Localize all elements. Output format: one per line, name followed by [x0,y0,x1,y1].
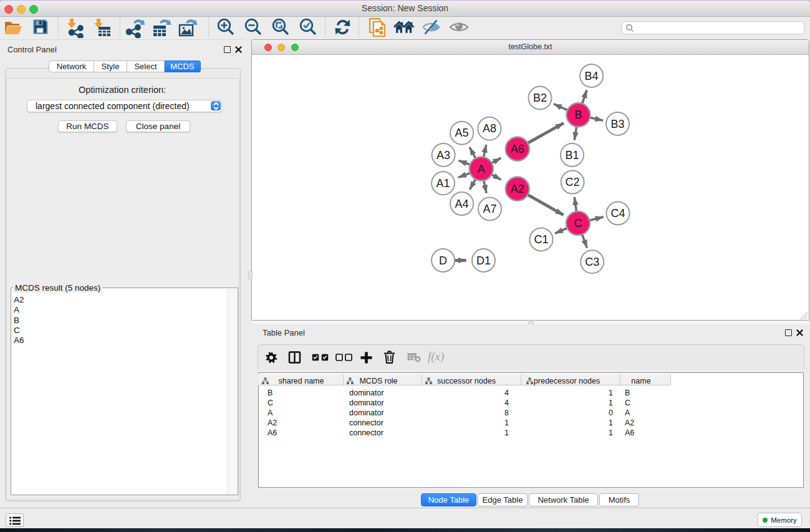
svg-text:C4: C4 [610,207,625,220]
svg-text:B3: B3 [610,118,624,130]
svg-text:A3: A3 [436,149,450,162]
svg-text:C: C [574,217,582,230]
svg-text:B: B [574,109,582,121]
svg-text:C2: C2 [566,176,580,188]
svg-text:A1: A1 [436,177,450,190]
svg-text:A4: A4 [455,198,469,210]
svg-text:A: A [478,163,485,175]
svg-text:C1: C1 [534,233,548,246]
svg-text:C3: C3 [585,256,599,268]
svg-text:B4: B4 [585,70,599,82]
svg-text:A2: A2 [511,183,524,195]
svg-text:B2: B2 [533,92,547,104]
svg-text:A7: A7 [483,203,496,215]
svg-text:A6: A6 [511,143,524,155]
svg-text:A8: A8 [483,122,496,135]
svg-text:A5: A5 [455,127,469,139]
svg-text:D1: D1 [476,254,491,267]
svg-text:D: D [439,254,447,267]
svg-text:B1: B1 [565,149,579,162]
